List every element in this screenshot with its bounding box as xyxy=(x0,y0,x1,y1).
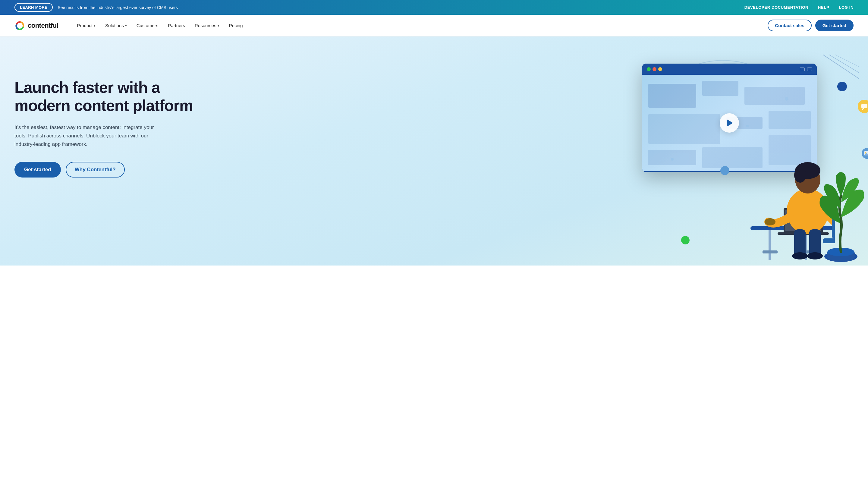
solutions-chevron-icon: ▾ xyxy=(125,24,127,28)
log-in-link[interactable]: LOG IN xyxy=(839,5,854,10)
video-play-button[interactable] xyxy=(720,113,739,133)
decorative-green-circle xyxy=(681,236,689,245)
get-started-nav-button[interactable]: Get started xyxy=(815,20,854,31)
contact-sales-button[interactable]: Contact sales xyxy=(768,20,812,31)
banner-left: LEARN MORE See results from the industry… xyxy=(14,3,178,12)
svg-line-2 xyxy=(829,55,859,73)
play-triangle-icon xyxy=(727,119,733,127)
decorative-med-blue-circle xyxy=(720,166,730,175)
browser-dot-red xyxy=(652,67,656,71)
nav-solutions[interactable]: Solutions ▾ xyxy=(101,21,131,30)
resources-chevron-icon: ▾ xyxy=(218,24,219,28)
svg-point-29 xyxy=(765,218,775,225)
browser-controls xyxy=(800,67,812,71)
logo[interactable]: contentful xyxy=(14,20,58,31)
plant-svg xyxy=(814,163,868,265)
svg-point-13 xyxy=(671,158,674,161)
svg-rect-19 xyxy=(763,251,778,253)
decorative-image-icon-circle xyxy=(862,148,868,159)
learn-more-button[interactable]: LEARN MORE xyxy=(14,3,53,12)
svg-rect-5 xyxy=(702,81,738,96)
svg-rect-4 xyxy=(648,84,696,108)
top-banner: LEARN MORE See results from the industry… xyxy=(0,0,868,15)
help-link[interactable]: HELP xyxy=(818,5,829,10)
plant-illustration xyxy=(814,163,868,265)
svg-point-28 xyxy=(794,167,806,183)
svg-rect-7 xyxy=(648,114,720,144)
svg-point-15 xyxy=(785,97,788,101)
svg-rect-40 xyxy=(861,104,867,108)
browser-dot-yellow xyxy=(658,67,662,71)
banner-text: See results from the industry's largest … xyxy=(58,5,178,10)
svg-line-1 xyxy=(823,55,859,79)
browser-dot-green xyxy=(647,67,651,71)
hero-get-started-button[interactable]: Get started xyxy=(14,162,61,178)
decorative-dark-blue-circle xyxy=(837,82,847,91)
nav-product[interactable]: Product ▾ xyxy=(73,21,100,30)
logo-icon xyxy=(14,20,25,31)
banner-right: DEVELOPER DOCUMENTATION HELP LOG IN xyxy=(744,5,854,10)
nav-actions: Contact sales Get started xyxy=(768,20,854,31)
hero-content: Launch faster with a modern content plat… xyxy=(14,61,201,178)
nav-pricing[interactable]: Pricing xyxy=(225,21,247,30)
hero-illustration xyxy=(627,45,868,262)
logo-text: contentful xyxy=(28,22,58,30)
hero-section: Launch faster with a modern content plat… xyxy=(0,36,868,265)
browser-dots xyxy=(647,67,662,71)
svg-point-32 xyxy=(792,252,808,259)
dev-docs-link[interactable]: DEVELOPER DOCUMENTATION xyxy=(744,5,808,10)
svg-rect-17 xyxy=(769,230,771,260)
chat-icon xyxy=(858,100,868,113)
navbar: contentful Product ▾ Solutions ▾ Custome… xyxy=(0,15,868,36)
svg-rect-6 xyxy=(744,87,805,105)
image-icon xyxy=(862,148,868,159)
product-chevron-icon: ▾ xyxy=(94,24,96,28)
browser-ctrl-2 xyxy=(807,67,812,71)
nav-customers[interactable]: Customers xyxy=(132,21,163,30)
svg-point-45 xyxy=(865,152,867,154)
svg-point-14 xyxy=(746,125,749,127)
hero-buttons: Get started Why Contentful? xyxy=(14,162,201,178)
decorative-yellow-circle xyxy=(858,100,868,113)
hero-description: It's the easiest, fastest way to manage … xyxy=(14,123,165,149)
browser-ctrl-1 xyxy=(800,67,805,71)
hero-why-contentful-button[interactable]: Why Contentful? xyxy=(66,162,125,178)
nav-links: Product ▾ Solutions ▾ Customers Partners… xyxy=(73,21,768,30)
nav-partners[interactable]: Partners xyxy=(164,21,189,30)
hero-title: Launch faster with a modern content plat… xyxy=(14,79,201,115)
nav-resources[interactable]: Resources ▾ xyxy=(190,21,224,30)
browser-header xyxy=(642,64,817,75)
deco-diagonal-lines xyxy=(823,55,859,79)
svg-rect-9 xyxy=(769,111,811,129)
